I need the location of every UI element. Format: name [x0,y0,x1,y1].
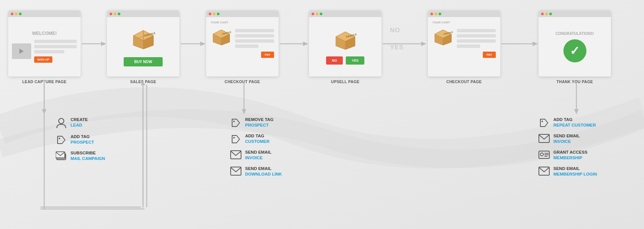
action-send-email-download-texts: SEND EMAIL DOWNLOAD LINK [245,166,282,177]
co2-field-3 [457,39,496,43]
tag-icon-wrap-4 [539,117,550,128]
tag-icon-2 [231,118,241,128]
checkout2-fields: PAY [457,29,496,58]
page-checkout1: YOUR CART FRAGILE [206,10,279,84]
browser-checkout1: YOUR CART FRAGILE [206,10,279,76]
yes-button[interactable]: YES [346,56,364,65]
action-send-email-download: SEND EMAIL DOWNLOAD LINK [230,166,282,177]
dot-green-up [320,13,322,15]
upsell-package-icon: FRAGILE [333,29,358,52]
checkout2-title: YOUR CART [432,21,450,24]
tag-icon-3 [231,134,241,144]
signup-button[interactable]: SIGN UP [34,56,52,63]
welcome-text: WELCOME! [32,31,57,36]
add-tag-customer-bot: CUSTOMER [245,139,270,144]
lead-capture-body: WELCOME! SIGN UP [8,17,81,76]
id-card-icon-wrap [539,150,550,159]
input-line-2 [34,45,77,48]
svg-point-40 [59,138,60,139]
svg-marker-22 [421,42,426,46]
page-thankyou: CONGRATULATIONS! ✓ THANK YOU PAGE [539,10,611,84]
grant-access-bot: MEMBERSHIP [553,155,588,161]
action-grant-access-texts: GRANT ACCESS MEMBERSHIP [553,150,588,161]
browser-bar-lead [8,10,81,17]
congrats-text: CONGRATULATIONS! [556,32,594,36]
send-email-inv1-top: SEND EMAIL [245,150,271,155]
upsell-buttons: NO YES [326,56,365,65]
mail-stack-icon-wrap [56,150,67,161]
pay-button-2[interactable]: PAY [483,52,496,58]
tag-icon-wrap-3 [230,133,241,144]
arrow-checkout2-to-thankyou [501,40,539,48]
person-icon-wrap [56,117,67,129]
action-create-lead-texts: CREATE LEAD [71,117,88,128]
arrow-checkout1-to-upsell [280,40,309,48]
dot-yellow-s [114,13,116,15]
envelope-icon-1 [230,150,241,159]
browser-bar-ty [539,10,611,17]
dot-green [19,13,22,15]
svg-point-45 [233,137,235,138]
checkout1-package-icon: FRAGILE [211,27,232,48]
send-email-mem-top: SEND EMAIL [553,166,597,171]
dot-yellow-co1 [213,13,215,15]
tag-icon-wrap-1 [56,134,67,145]
video-placeholder [12,43,31,59]
checkout2-package-icon: FRAGILE [432,27,454,48]
dot-red-ty [541,13,544,15]
page-checkout2: YOUR CART FRAGILE [428,10,500,84]
co1-field-3 [235,39,274,43]
svg-marker-34 [574,109,579,114]
pay-button-1[interactable]: PAY [261,52,274,58]
envelope-icon-wrap-4 [539,166,550,176]
send-email-dl-top: SEND EMAIL [245,166,282,171]
svg-marker-32 [242,109,246,114]
checkmark-circle: ✓ [563,39,586,62]
action-send-email-invoice-2: SEND EMAIL INVOICE [539,133,597,144]
co2-field-2 [457,34,496,37]
tag-icon-4 [539,118,549,128]
dot-red-co2 [430,13,433,15]
dot-green-co1 [217,13,219,15]
browser-checkout2: YOUR CART FRAGILE [428,10,500,76]
envelope-icon-3 [539,134,550,143]
action-send-email-invoice1-texts: SEND EMAIL INVOICE [245,150,271,161]
action-create-lead: CREATE LEAD [56,117,105,129]
subscribe-bot: MAIL CAMPAIGN [71,156,105,161]
send-email-dl-bot: DOWNLOAD LINK [245,171,282,177]
svg-marker-28 [533,42,538,46]
arrow-down-checkout1 [240,82,248,115]
svg-point-48 [541,121,543,122]
input-line-1 [34,40,77,43]
action-group-checkout1: REMOVE TAG PROSPECT ADD TAG CUSTOMER [230,117,282,177]
co2-field-1 [457,29,496,32]
send-email-inv1-bot: INVOICE [245,155,271,161]
action-add-tag-customer-texts: ADD TAG CUSTOMER [245,133,270,144]
dot-yellow [15,13,17,15]
arrow-lead-to-sales [82,40,107,48]
lc-form: SIGN UP [34,40,77,63]
no-button[interactable]: NO [326,56,343,65]
add-tag-customer-top: ADD TAG [245,133,270,139]
action-group-thankyou: ADD TAG REPEAT CUSTOMER SEND EMAIL INVOI… [539,117,597,177]
create-lead-top: CREATE [71,117,88,122]
browser-bar-up [309,10,381,17]
send-email-inv2-top: SEND EMAIL [553,133,580,139]
checkout1-fields: PAY [235,29,274,58]
browser-lead-capture: WELCOME! SIGN UP [8,10,81,76]
action-remove-tag-prospect: REMOVE TAG PROSPECT [230,117,282,128]
play-icon [19,49,24,54]
dot-yellow-co2 [435,13,437,15]
add-tag-prospect-top: ADD TAG [71,134,94,140]
dot-green-s [118,13,120,15]
dot-green-ty [549,13,552,15]
buy-now-button[interactable]: BUY NOW [124,57,162,66]
page-upsell: FRAGILE NO YES UPSELL PAGE [309,10,381,84]
add-tag-prospect-bot: PROSPECT [71,140,94,145]
co1-field-4 [235,45,258,48]
dot-red-co1 [209,13,211,15]
checkout1-title: YOUR CART [211,21,228,24]
arrow-upsell-to-checkout2 [383,40,427,48]
checkout2-label: CHECKOUT PAGE [446,79,482,84]
sales-body: FRAGILE BUY NOW [107,17,179,76]
